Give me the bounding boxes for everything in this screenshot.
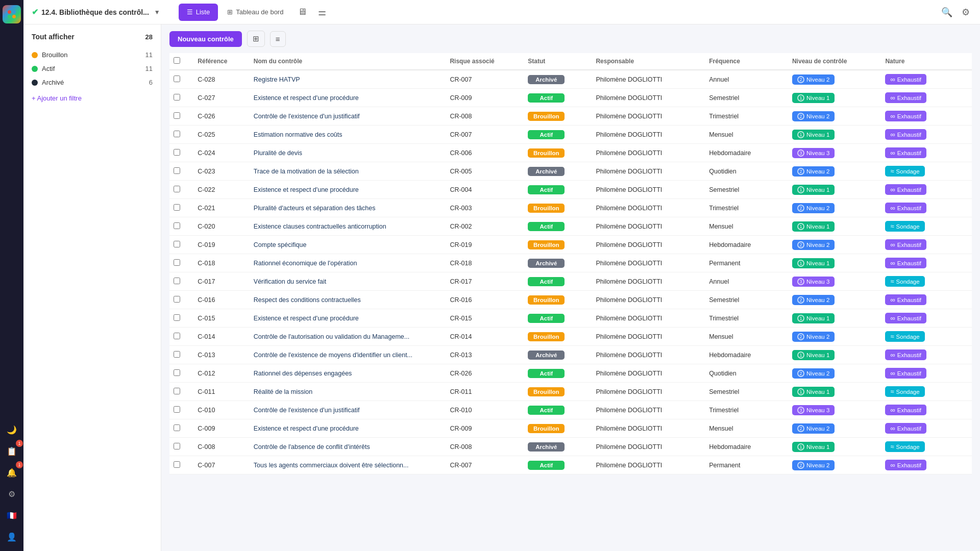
table-row[interactable]: C-012Rationnel des dépenses engagéesCR-0… — [169, 364, 972, 383]
table-row[interactable]: C-007Tous les agents commerciaux doivent… — [169, 456, 972, 474]
cell-name[interactable]: Existence et respect d'une procédure — [250, 181, 446, 199]
settings-icon[interactable]: ⚙ — [3, 485, 21, 503]
table-row[interactable]: C-028Registre HATVPCR-007ArchivéPhilomèn… — [169, 70, 972, 89]
column-toggle-button[interactable]: ⊞ — [247, 31, 265, 47]
table-row[interactable]: C-011Réalité de la missionCR-011Brouillo… — [169, 383, 972, 401]
col-header-nature[interactable]: Nature — [881, 53, 972, 70]
cell-name[interactable]: Contrôle de l'absence de conflit d'intér… — [250, 438, 446, 456]
cell-name[interactable]: Registre HATVP — [250, 70, 446, 89]
add-filter-button[interactable]: + Ajouter un filtre — [32, 94, 153, 102]
table-row[interactable]: C-013Contrôle de l'existence de moyens d… — [169, 346, 972, 364]
cell-name[interactable]: Vérification du service fait — [250, 272, 446, 291]
filter-item-brouillon[interactable]: Brouillon 11 — [32, 48, 153, 62]
table-row[interactable]: C-008Contrôle de l'absence de conflit d'… — [169, 438, 972, 456]
table-row[interactable]: C-015Existence et respect d'une procédur… — [169, 309, 972, 328]
row-checkbox[interactable] — [174, 204, 180, 211]
row-checkbox[interactable] — [174, 314, 180, 321]
col-header-responsable[interactable]: Responsable — [592, 53, 705, 70]
cell-name[interactable]: Rationnel des dépenses engagées — [250, 364, 446, 383]
cell-name[interactable]: Existence et respect d'une procédure — [250, 419, 446, 438]
new-control-button[interactable]: Nouveau contrôle — [169, 31, 242, 47]
col-header-name[interactable]: Nom du contrôle — [250, 53, 446, 70]
row-checkbox[interactable] — [174, 406, 180, 413]
cell-name[interactable]: Trace de la motivation de la sélection — [250, 162, 446, 181]
cell-responsable: Philomène DOGLIOTTI — [592, 272, 705, 291]
table-row[interactable]: C-010Contrôle de l'existence d'un justif… — [169, 401, 972, 419]
col-header-risk[interactable]: Risque associé — [446, 53, 524, 70]
col-header-reference[interactable]: Référence — [193, 53, 250, 70]
cell-name[interactable]: Contrôle de l'existence de moyens d'iden… — [250, 346, 446, 364]
tab-liste[interactable]: ☰ Liste — [179, 4, 218, 21]
cell-responsable: Philomène DOGLIOTTI — [592, 419, 705, 438]
moon-icon[interactable]: 🌙 — [3, 420, 21, 439]
table-row[interactable]: C-009Existence et respect d'une procédur… — [169, 419, 972, 438]
row-checkbox[interactable] — [174, 388, 180, 394]
table-row[interactable]: C-017Vérification du service faitCR-017A… — [169, 272, 972, 291]
table-row[interactable]: C-024Pluralité de devisCR-006BrouillonPh… — [169, 144, 972, 162]
search-icon-button[interactable]: 🔍 — [939, 5, 954, 20]
view-icon-button[interactable]: 🖥 — [292, 4, 312, 21]
col-header-status[interactable]: Statut — [524, 53, 592, 70]
table-row[interactable]: C-016Respect des conditions contractuell… — [169, 291, 972, 309]
row-checkbox[interactable] — [174, 461, 180, 468]
row-checkbox[interactable] — [174, 94, 180, 101]
table-row[interactable]: C-021Pluralité d'acteurs et séparation d… — [169, 199, 972, 217]
list-view-button[interactable]: ⚌ — [313, 4, 331, 21]
row-checkbox[interactable] — [174, 167, 180, 174]
row-checkbox[interactable] — [174, 424, 180, 431]
cell-name[interactable]: Contrôle de l'existence d'un justificati… — [250, 107, 446, 126]
filter-item-actif[interactable]: Actif 11 — [32, 62, 153, 76]
cell-responsable: Philomène DOGLIOTTI — [592, 254, 705, 272]
row-checkbox[interactable] — [174, 296, 180, 303]
tab-tableau[interactable]: ⊞ Tableau de bord — [219, 4, 291, 21]
gear-icon-button[interactable]: ⚙ — [960, 5, 972, 20]
nature-badge: ∞ Exhaustif — [885, 111, 926, 121]
title-dropdown-button[interactable]: ▼ — [152, 8, 162, 17]
table-row[interactable]: C-014Contrôle de l'autorisation ou valid… — [169, 328, 972, 346]
app-logo[interactable] — [3, 5, 21, 23]
cell-name[interactable]: Tous les agents commerciaux doivent être… — [250, 456, 446, 474]
table-row[interactable]: C-018Rationnel économique de l'opération… — [169, 254, 972, 272]
cell-nature: ∞ Exhaustif — [881, 126, 972, 144]
col-header-frequence[interactable]: Fréquence — [705, 53, 788, 70]
row-checkbox[interactable] — [174, 76, 180, 82]
cell-name[interactable]: Estimation normative des coûts — [250, 126, 446, 144]
table-row[interactable]: C-022Existence et respect d'une procédur… — [169, 181, 972, 199]
row-checkbox[interactable] — [174, 186, 180, 192]
cell-name[interactable]: Existence clauses contractuelles anticor… — [250, 217, 446, 236]
row-checkbox[interactable] — [174, 443, 180, 449]
row-checkbox[interactable] — [174, 241, 180, 247]
table-row[interactable]: C-020Existence clauses contractuelles an… — [169, 217, 972, 236]
row-checkbox[interactable] — [174, 149, 180, 156]
row-checkbox[interactable] — [174, 351, 180, 358]
row-checkbox[interactable] — [174, 131, 180, 137]
table-row[interactable]: C-025Estimation normative des coûtsCR-00… — [169, 126, 972, 144]
cell-name[interactable]: Contrôle de l'autorisation ou validation… — [250, 328, 446, 346]
cell-name[interactable]: Existence et respect d'une procédure — [250, 309, 446, 328]
row-checkbox[interactable] — [174, 369, 180, 376]
cell-name[interactable]: Contrôle de l'existence d'un justificati… — [250, 401, 446, 419]
table-row[interactable]: C-023Trace de la motivation de la sélect… — [169, 162, 972, 181]
row-checkbox[interactable] — [174, 112, 180, 119]
row-checkbox[interactable] — [174, 222, 180, 229]
cell-name[interactable]: Pluralité de devis — [250, 144, 446, 162]
user-icon[interactable]: 👤 — [3, 528, 21, 546]
select-all-checkbox[interactable] — [174, 57, 180, 64]
filter-toggle-button[interactable]: ≡ — [270, 31, 286, 47]
row-checkbox[interactable] — [174, 259, 180, 266]
cell-responsable: Philomène DOGLIOTTI — [592, 217, 705, 236]
table-row[interactable]: C-027Existence et respect d'une procédur… — [169, 89, 972, 107]
cell-name[interactable]: Existence et respect d'une procédure — [250, 89, 446, 107]
cell-name[interactable]: Respect des conditions contractuelles — [250, 291, 446, 309]
filter-item-archive[interactable]: Archivé 6 — [32, 76, 153, 89]
cell-name[interactable]: Rationnel économique de l'opération — [250, 254, 446, 272]
table-row[interactable]: C-019Compte spécifiqueCR-019BrouillonPhi… — [169, 236, 972, 254]
row-checkbox[interactable] — [174, 278, 180, 284]
col-header-level[interactable]: Niveau de contrôle — [788, 53, 881, 70]
cell-name[interactable]: Réalité de la mission — [250, 383, 446, 401]
cell-name[interactable]: Pluralité d'acteurs et séparation des tâ… — [250, 199, 446, 217]
table-row[interactable]: C-026Contrôle de l'existence d'un justif… — [169, 107, 972, 126]
cell-name[interactable]: Compte spécifique — [250, 236, 446, 254]
row-checkbox[interactable] — [174, 333, 180, 339]
flag-icon[interactable]: 🇫🇷 — [3, 506, 21, 524]
